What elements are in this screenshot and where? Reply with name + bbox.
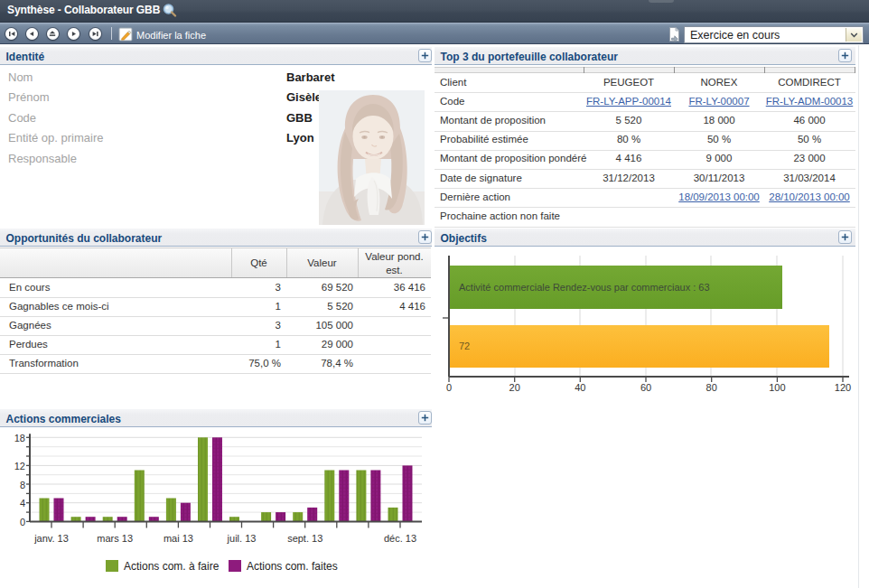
svg-text:100: 100 xyxy=(769,382,785,393)
svg-text:20: 20 xyxy=(509,382,520,393)
svg-text:Activité commerciale Rendez-vo: Activité commerciale Rendez-vous par com… xyxy=(459,282,710,293)
svg-text:60: 60 xyxy=(640,382,651,393)
svg-text:80: 80 xyxy=(706,382,717,393)
svg-text:72: 72 xyxy=(459,341,470,351)
svg-text:0: 0 xyxy=(446,382,452,393)
svg-text:Actions com. faites: Actions com. faites xyxy=(247,560,338,573)
svg-text:8: 8 xyxy=(20,480,25,490)
svg-text:18: 18 xyxy=(14,433,25,443)
svg-text:0: 0 xyxy=(20,517,25,527)
svg-text:déc. 13: déc. 13 xyxy=(384,533,416,544)
svg-text:janv. 13: janv. 13 xyxy=(33,533,69,544)
svg-text:Actions com. à faire: Actions com. à faire xyxy=(124,560,220,573)
svg-text:40: 40 xyxy=(575,382,585,393)
svg-text:mars 13: mars 13 xyxy=(97,533,133,544)
svg-text:juil. 13: juil. 13 xyxy=(227,533,257,544)
svg-text:mai 13: mai 13 xyxy=(164,533,193,544)
svg-text:sept. 13: sept. 13 xyxy=(287,533,322,544)
svg-text:4: 4 xyxy=(20,498,25,509)
svg-text:120: 120 xyxy=(835,382,851,393)
svg-text:12: 12 xyxy=(14,461,25,471)
